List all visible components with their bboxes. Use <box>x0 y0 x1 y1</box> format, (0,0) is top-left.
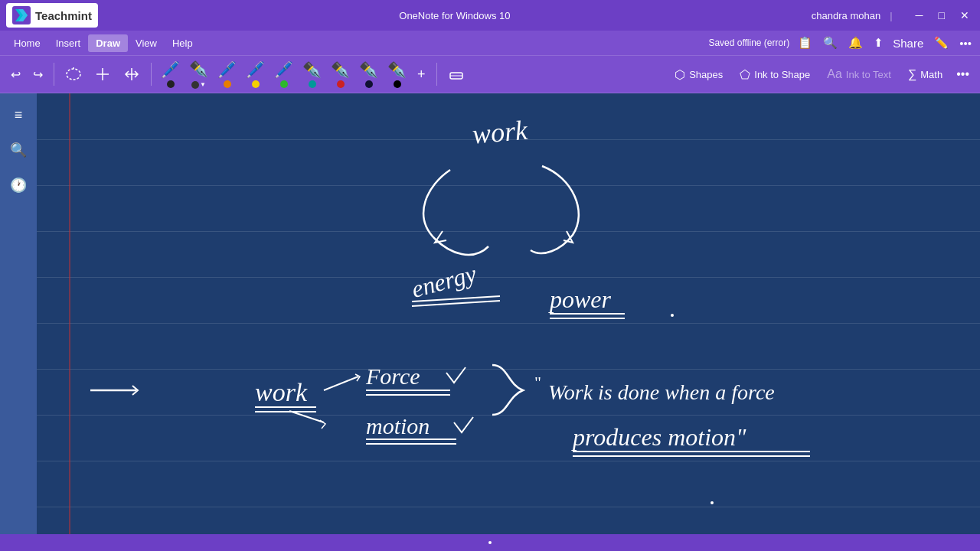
sidebar-menu-icon[interactable]: ≡ <box>8 101 29 129</box>
close-button[interactable]: ✕ <box>956 8 974 23</box>
svg-line-24 <box>289 411 324 422</box>
pan-button[interactable] <box>119 63 145 86</box>
handwriting-canvas: work energy power work Force <box>37 93 980 551</box>
lasso-select-button[interactable] <box>60 63 87 86</box>
window-controls: ─ □ ✕ <box>911 8 974 23</box>
maximize-button[interactable]: □ <box>934 8 949 23</box>
pen-orange[interactable]: 🖊️ <box>214 59 240 90</box>
math-label: Math <box>920 69 942 80</box>
pen-teal[interactable]: ✒️ <box>299 59 325 90</box>
more-options-btn[interactable]: ••• <box>957 34 974 52</box>
toolbar-separator-3 <box>436 63 437 86</box>
pen-yellow[interactable]: 🖊️ <box>243 59 268 90</box>
notebook-icon-btn[interactable]: 📋 <box>795 34 815 52</box>
add-space-button[interactable] <box>90 63 116 86</box>
svg-line-20 <box>324 377 358 390</box>
user-name: chandra mohan <box>812 10 880 21</box>
undo-button[interactable]: ↩ <box>6 64 25 85</box>
minimize-button[interactable]: ─ <box>911 8 928 23</box>
teachmint-logo: Teachmint <box>6 3 98 28</box>
eraser-button[interactable] <box>443 63 469 86</box>
toolbar-right: ⬡ Shapes ⬠ Ink to Shape Aa Ink to Text ∑… <box>667 64 974 86</box>
add-pen-button[interactable]: + <box>413 64 430 86</box>
draw-toolbar: ↩ ↪ 🖊️ ✒️ ▼ 🖊️ 🖊️ 🖊️ ✒️ <box>0 55 980 93</box>
notifications-btn[interactable]: 🔔 <box>846 34 865 52</box>
main-canvas[interactable]: work energy power work Force <box>37 93 980 551</box>
svg-text:Force: Force <box>365 364 420 389</box>
window-title: OneNote for Windows 10 <box>399 10 510 21</box>
menu-help[interactable]: Help <box>165 34 201 52</box>
logo-text: Teachmint <box>35 9 92 22</box>
menu-home[interactable]: Home <box>6 34 48 52</box>
menu-right: Saved offline (error) 📋 🔍 🔔 ⬆ Share ✏️ •… <box>708 34 974 52</box>
more-draw-options-button[interactable]: ••• <box>952 64 974 84</box>
status-bar <box>0 534 980 551</box>
pen-red[interactable]: ✒️ <box>328 59 353 90</box>
share-button[interactable]: Share <box>890 34 926 52</box>
status-dot <box>488 541 492 544</box>
menu-insert[interactable]: Insert <box>48 34 89 52</box>
shapes-button[interactable]: ⬡ Shapes <box>667 64 730 86</box>
svg-text:": " <box>534 373 541 392</box>
ink-to-shape-button[interactable]: ⬠ Ink to Shape <box>732 64 818 86</box>
menu-bar: Home Insert Draw View Help Saved offline… <box>0 31 980 55</box>
redo-button[interactable]: ↪ <box>28 64 47 85</box>
svg-text:work: work <box>471 115 529 150</box>
shapes-icon: ⬡ <box>675 67 685 82</box>
toolbar-separator-1 <box>54 63 54 86</box>
ink-to-text-button[interactable]: Aa Ink to Text <box>819 64 899 85</box>
title-left: Teachmint <box>6 3 98 28</box>
toolbar-separator-2 <box>151 63 152 86</box>
pen-dark-blue[interactable]: ✒️ <box>356 59 381 90</box>
svg-text:Work is done when a force: Work is done when a force <box>548 380 775 404</box>
ink-to-shape-icon: ⬠ <box>740 67 750 82</box>
title-right: chandra mohan | ─ □ ✕ <box>812 8 974 23</box>
svg-text:power: power <box>548 285 612 313</box>
shapes-label: Shapes <box>689 69 723 80</box>
pen-green[interactable]: 🖊️ <box>271 59 296 90</box>
math-icon: ∑ <box>908 67 916 81</box>
share-area: ⬆ Share <box>871 34 926 52</box>
svg-text:work: work <box>255 378 308 406</box>
svg-line-12 <box>412 301 500 306</box>
ink-to-text-icon: Aa <box>827 67 842 81</box>
menu-view[interactable]: View <box>128 34 165 52</box>
menu-draw[interactable]: Draw <box>88 34 128 52</box>
svg-text:produces motion": produces motion" <box>571 423 746 451</box>
edit-icon[interactable]: ✏️ <box>932 34 951 52</box>
title-bar: Teachmint OneNote for Windows 10 chandra… <box>0 0 980 31</box>
pen-black-thick[interactable]: ✒️ <box>384 59 410 90</box>
search-btn[interactable]: 🔍 <box>821 34 840 52</box>
teachmint-logo-icon <box>12 6 31 24</box>
share-icon[interactable]: ⬆ <box>871 34 886 52</box>
svg-text:motion: motion <box>366 413 430 439</box>
svg-point-34 <box>710 501 714 504</box>
svg-point-33 <box>671 314 674 317</box>
pen-dark-dropdown[interactable]: ✒️ ▼ <box>186 58 211 90</box>
svg-text:energy: energy <box>408 259 479 303</box>
pen-black[interactable]: 🖊️ <box>158 59 183 90</box>
save-status: Saved offline (error) <box>708 37 789 48</box>
ink-to-text-label: Ink to Text <box>846 69 891 80</box>
sidebar-search-icon[interactable]: 🔍 <box>4 135 33 165</box>
sidebar-history-icon[interactable]: 🕐 <box>4 171 33 200</box>
math-button[interactable]: ∑ Math <box>900 64 950 85</box>
ink-to-shape-label: Ink to Shape <box>754 69 810 80</box>
svg-point-3 <box>67 69 80 80</box>
left-sidebar: ≡ 🔍 🕐 <box>0 93 37 551</box>
